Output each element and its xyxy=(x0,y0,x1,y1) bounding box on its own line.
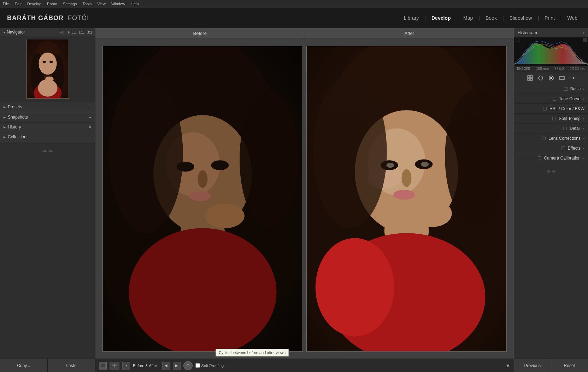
split-toning-arrow: ▸ xyxy=(583,116,584,120)
toolbar-cycle-btn[interactable]: ⊙ xyxy=(183,361,193,370)
panel-hsl[interactable]: HSL / Color / B&W xyxy=(514,104,588,114)
collections-title: Collections xyxy=(8,134,29,139)
history-close-btn[interactable]: ✕ xyxy=(88,125,92,130)
tool-slider[interactable] xyxy=(568,74,577,82)
tool-rect[interactable] xyxy=(558,74,566,82)
panel-detail[interactable]: Detail ▸ xyxy=(514,124,588,133)
before-image-panel[interactable] xyxy=(102,46,303,352)
after-image xyxy=(307,46,506,351)
navigator-header[interactable]: ▼ Navigator FIT FILL 1:1 3:1 xyxy=(0,28,95,36)
history-header[interactable]: ▶ History ✕ xyxy=(0,122,95,132)
svg-rect-57 xyxy=(559,77,564,79)
exif-bar: ISO 200 100 mm f / 5,0 1/160 sec xyxy=(514,66,588,72)
nav-web[interactable]: Web xyxy=(564,14,581,22)
toolbar-right-arr[interactable]: ▶ xyxy=(173,362,181,370)
toolbar-dropdown-arr[interactable]: ▾ xyxy=(122,362,130,370)
menu-tools[interactable]: Tools xyxy=(83,2,92,6)
toolbar-yyxy-btn[interactable]: Y|Y xyxy=(110,362,119,370)
svg-rect-26 xyxy=(103,46,302,351)
menu-file[interactable]: File xyxy=(3,2,9,6)
menu-view[interactable]: View xyxy=(97,2,106,6)
nav-book[interactable]: Book xyxy=(482,14,500,22)
snapshots-add-btn[interactable]: + xyxy=(89,114,92,120)
soft-proofing-checkbox[interactable] xyxy=(195,363,200,368)
presets-header[interactable]: ▶ Presets + xyxy=(0,102,95,112)
nav-thumbnail-image xyxy=(27,39,69,99)
camera-calibration-label: Camera Calibration xyxy=(544,156,581,161)
nav-develop[interactable]: Develop xyxy=(428,14,454,22)
snapshots-header[interactable]: ▶ Snapshots + xyxy=(0,112,95,122)
menu-window[interactable]: Window xyxy=(111,2,125,6)
basic-arrow: ▸ xyxy=(583,87,584,91)
navigator-options: FIT FILL 1:1 3:1 xyxy=(59,30,92,34)
exif-aperture: f / 5,0 xyxy=(555,67,564,71)
menu-edit[interactable]: Edit xyxy=(15,2,22,6)
reset-button[interactable]: Reset xyxy=(551,359,588,372)
snapshots-section: ▶ Snapshots + xyxy=(0,112,95,122)
navigator-triangle: ▼ xyxy=(3,31,6,34)
nav-thumbnail-container xyxy=(0,36,95,102)
tool-circle[interactable] xyxy=(536,74,545,82)
nav-fit[interactable]: FIT xyxy=(59,30,65,34)
histogram-arrow: ▾ xyxy=(583,31,584,35)
effects-label: Effects xyxy=(568,146,581,151)
presets-title: Presets xyxy=(8,104,22,109)
before-label: Before xyxy=(95,28,305,39)
nav-1-1[interactable]: 1:1 xyxy=(78,30,84,34)
panel-effects[interactable]: Effects ▸ xyxy=(514,143,588,153)
collections-add-btn[interactable]: + xyxy=(89,134,92,140)
panel-basic[interactable]: Basic ▸ xyxy=(514,84,588,94)
lens-corrections-arrow: ▸ xyxy=(583,136,584,140)
basic-toggle xyxy=(564,87,568,91)
app-name-light: FOTÓI xyxy=(68,14,89,22)
svg-text:❧❧: ❧❧ xyxy=(546,168,557,175)
toolbar-left-arr[interactable]: ◀ xyxy=(162,362,170,370)
decorative-ornament-left: ❧❧ xyxy=(0,142,95,359)
copy-button[interactable]: Copy... xyxy=(0,359,48,372)
histogram-header[interactable]: Histogram ▾ xyxy=(514,28,588,37)
panel-camera-calibration[interactable]: Camera Calibration ▸ xyxy=(514,153,588,163)
bottom-arrow-right[interactable]: ▼ xyxy=(505,363,510,368)
nav-thumbnail-box[interactable] xyxy=(27,39,69,99)
panel-lens-corrections[interactable]: Lens Corrections ▸ xyxy=(514,133,588,143)
menu-develop[interactable]: Develop xyxy=(27,2,41,6)
exif-lens: 100 mm xyxy=(536,67,549,71)
nav-slideshow[interactable]: Slideshow xyxy=(506,14,536,22)
presets-add-btn[interactable]: + xyxy=(89,104,92,110)
bottom-toolbar: ⬛ Y|Y ▾ Before & After : ◀ ▶ ⊙ Soft Proo… xyxy=(95,359,514,372)
svg-point-4 xyxy=(39,53,57,75)
nav-library[interactable]: Library xyxy=(400,14,423,22)
tool-grid[interactable] xyxy=(526,74,534,82)
camera-calibration-toggle xyxy=(538,156,541,160)
tone-curve-label: Tone Curve xyxy=(559,96,581,101)
svg-rect-49 xyxy=(516,38,519,42)
history-title: History xyxy=(8,125,21,130)
toolbar-square-btn1[interactable]: ⬛ xyxy=(99,362,107,370)
detail-label: Detail xyxy=(570,126,581,131)
center-area: Before After xyxy=(95,28,514,372)
nav-print[interactable]: Print xyxy=(541,14,558,22)
menu-photo[interactable]: Photo xyxy=(47,2,57,6)
menu-settings[interactable]: Settings xyxy=(63,2,77,6)
after-image-panel[interactable] xyxy=(306,46,507,352)
panel-tone-curve[interactable]: Tone Curve ▸ xyxy=(514,94,588,104)
detail-toggle xyxy=(563,127,567,130)
svg-point-56 xyxy=(550,77,552,79)
svg-point-6 xyxy=(49,61,53,63)
soft-proofing-container: Soft Proofing xyxy=(195,363,224,368)
tool-circle-filled[interactable] xyxy=(547,74,555,82)
before-image xyxy=(103,46,302,351)
nav-links: Library | Develop | Map | Book | Slidesh… xyxy=(400,14,581,22)
svg-rect-50 xyxy=(528,76,530,78)
nav-map[interactable]: Map xyxy=(460,14,476,22)
nav-3-1[interactable]: 3:1 xyxy=(87,30,92,34)
paste-button[interactable]: Paste xyxy=(48,359,95,372)
panel-split-toning[interactable]: Split Toning ▸ xyxy=(514,114,588,124)
menu-help[interactable]: Help xyxy=(131,2,139,6)
presets-triangle: ▶ xyxy=(4,106,6,109)
effects-arrow: ▸ xyxy=(583,146,584,150)
app-name-bold: BARÁTH GÁBOR xyxy=(7,14,64,22)
collections-header[interactable]: ▶ Collections + xyxy=(0,132,95,142)
previous-button[interactable]: Previous xyxy=(514,359,551,372)
nav-fill[interactable]: FILL xyxy=(68,30,76,34)
